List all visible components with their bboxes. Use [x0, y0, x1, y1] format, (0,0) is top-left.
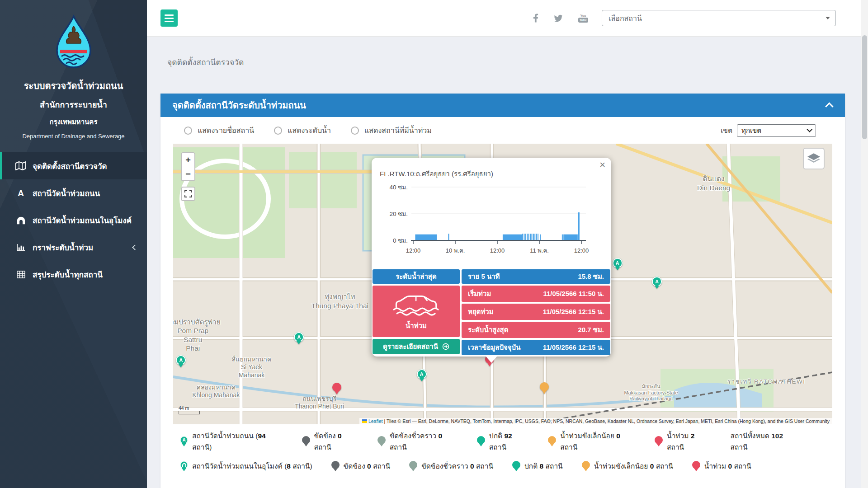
zoom-control: + − [181, 152, 195, 181]
popup-row-value: 11/05/2566 11:50 น. [543, 288, 604, 299]
zoom-in-button[interactable]: + [182, 153, 194, 167]
svg-text:12:00: 12:00 [574, 247, 589, 254]
page-title: จุดติดตั้งสถานีตรวจวัด [167, 56, 244, 69]
social-links: YouTube [533, 14, 588, 23]
svg-text:12:00: 12:00 [406, 247, 421, 254]
brand-block: ระบบตรวจวัดน้ำท่วมถนน สำนักการระบายน้ำ ก… [0, 0, 147, 140]
leaflet-map[interactable]: ดินแดงDin Daengทุ่งพญาไทThung Phaya Thai… [173, 144, 832, 424]
sidebar-item-label: สถานีวัดน้ำท่วมถนนในอุโมงค์ [33, 214, 132, 226]
close-icon[interactable]: × [599, 160, 605, 170]
scrollbar-thumb[interactable] [862, 35, 867, 139]
fullscreen-button[interactable] [181, 187, 195, 201]
popup-row-value: 15.8 ซม. [578, 271, 604, 282]
legend-total: สถานีทั้งหมด 102 สถานี [730, 430, 799, 453]
popup-row-2: หยุดท่วม11/05/2566 12:15 น. [462, 304, 610, 320]
legend-text: ปกติ 8 สถานี [524, 460, 563, 472]
tunnel-icon [14, 216, 28, 225]
scale-label: 44 m [179, 405, 200, 411]
sidebar-item-label: สถานีวัดน้ำท่วมถนน [33, 187, 100, 199]
status-pin-icon [302, 436, 310, 447]
radio-label: แสดงรายชื่อสถานี [198, 125, 254, 136]
chevron-down-icon [826, 17, 830, 19]
browser-scrollbar[interactable] [861, 0, 868, 488]
ukraine-flag-icon [362, 419, 367, 423]
radio-option-1[interactable]: แสดงระดับน้ำ [274, 125, 331, 136]
road-station-icon: A [14, 189, 28, 197]
station-marker-road[interactable]: A [417, 369, 427, 382]
chevron-left-icon [132, 244, 138, 250]
sidebar-item-2[interactable]: สถานีวัดน้ำท่วมถนนในอุโมงค์ [0, 206, 147, 234]
chevron-up-icon[interactable] [825, 102, 833, 110]
sidebar-menu: จุดติดตั้งสถานีตรวจวัดAสถานีวัดน้ำท่วมถน… [0, 152, 147, 288]
sidebar-item-3[interactable]: กราฟระดับน้ำท่วม [0, 234, 147, 261]
legend-item: ขัดข้องชั่วคราว 0 สถานี [377, 430, 458, 453]
facebook-icon[interactable] [533, 14, 538, 23]
bar-chart-icon [14, 244, 28, 251]
bma-drop-logo [54, 14, 93, 68]
radio-option-0[interactable]: แสดงรายชื่อสถานี [184, 125, 254, 136]
map-attribution: Leaflet | Tiles © Esri — Esri, DeLorme, … [359, 418, 832, 424]
layers-control[interactable] [803, 148, 825, 169]
radio-input[interactable] [351, 127, 359, 135]
legend-item: ขัดข้อง 0 สถานี [302, 430, 359, 453]
app-dept-en: Department of Drainage and Sewerage [0, 133, 147, 140]
menu-toggle-button[interactable] [160, 9, 178, 27]
youtube-icon[interactable]: YouTube [578, 14, 588, 23]
station-marker-minor-flood[interactable] [540, 382, 549, 394]
popup-row-label: ระดับน้ำสูงสุด [468, 324, 508, 335]
sidebar-item-1[interactable]: Aสถานีวัดน้ำท่วมถนน [0, 179, 147, 206]
station-details-button[interactable]: ดูรายละเอียดสถานี [373, 339, 460, 354]
legend-item: ขัดข้อง 0 สถานี [331, 460, 391, 472]
radio-option-2[interactable]: แสดงสถานีที่มีน้ำท่วม [351, 125, 432, 136]
display-mode-radios: แสดงรายชื่อสถานีแสดงระดับน้ำแสดงสถานีที่… [184, 125, 432, 136]
status-pin-icon [377, 436, 386, 447]
legend-text: ขัดข้อง 0 สถานี [314, 430, 359, 453]
twitter-icon[interactable] [553, 14, 563, 23]
radio-input[interactable] [274, 127, 282, 135]
legend-text: สถานีวัดน้ำท่วมถนน (94 สถานี) [192, 430, 283, 453]
station-marker-road[interactable]: A [176, 355, 186, 368]
station-marker-road[interactable]: A [652, 277, 662, 289]
status-pin-icon [409, 461, 417, 472]
sidebar-item-4[interactable]: สรุประดับน้ำทุกสถานี [0, 261, 147, 288]
attribution-text: | Tiles © Esri — Esri, DeLorme, NAVTEQ, … [384, 418, 830, 424]
legend-row-0: Aสถานีวัดน้ำท่วมถนน (94 สถานี)ขัดข้อง 0 … [180, 429, 826, 454]
sidebar-item-label: สรุประดับน้ำทุกสถานี [33, 268, 103, 281]
map-marked-icon [14, 161, 28, 170]
popup-row-1: เริ่มท่วม11/05/2566 11:50 น. [462, 286, 610, 302]
zoom-out-button[interactable]: − [182, 167, 194, 180]
station-select[interactable]: เลือกสถานี [602, 10, 836, 26]
chevron-down-icon [807, 127, 812, 132]
app-title: ระบบตรวจวัดน้ำท่วมถนน [0, 79, 147, 93]
table-icon [14, 271, 28, 278]
legend-item: น้ำท่วมขังเล็กน้อย 0 สถานี [582, 460, 673, 472]
popup-data-rows: ราย 5 นาที15.8 ซม.เริ่มท่วม11/05/2566 11… [462, 269, 610, 355]
flooded-car-icon [390, 291, 443, 317]
station-type-marker-icon [180, 461, 188, 472]
popup-row-label: เริ่มท่วม [468, 288, 491, 299]
map-controls-row: แสดงรายชื่อสถานีแสดงระดับน้ำแสดงสถานีที่… [160, 117, 845, 144]
scale-bar [179, 411, 200, 414]
district-control: เขต ทุกเขต [721, 124, 816, 137]
legend-text: น้ำท่วมขังเล็กน้อย 0 สถานี [594, 460, 673, 472]
water-level-chart: 0 ซม.20 ซม.40 ซม.12:0010 พ.ค.12:0011 พ.ค… [372, 180, 611, 262]
legend-text: สถานีวัดน้ำท่วมถนนในอุโมงค์ (8 สถานี) [192, 460, 312, 472]
status-pin-icon [582, 461, 590, 472]
station-marker-road[interactable]: A [294, 332, 304, 345]
sidebar-item-label: กราฟระดับน้ำท่วม [33, 241, 93, 253]
sidebar-item-0[interactable]: จุดติดตั้งสถานีตรวจวัด [0, 152, 147, 179]
main-panel: จุดติดตั้งสถานีวัดระดับน้ำท่วมถนน แสดงรา… [160, 94, 845, 488]
svg-text:0 ซม.: 0 ซม. [393, 237, 408, 244]
legend-item: น้ำท่วม 2 สถานี [655, 430, 711, 453]
station-marker-flood[interactable] [332, 383, 341, 395]
leaflet-link[interactable]: Leaflet [368, 418, 383, 424]
station-marker-road[interactable]: A [613, 258, 623, 271]
scale-control: 44 m [179, 405, 200, 414]
status-pin-icon [655, 436, 663, 447]
radio-input[interactable] [184, 127, 192, 135]
status-pin-icon [692, 461, 700, 472]
fullscreen-icon [184, 190, 192, 197]
district-select[interactable]: ทุกเขต [737, 124, 816, 137]
legend-text: น้ำท่วม 0 สถานี [704, 460, 751, 472]
radio-label: แสดงสถานีที่มีน้ำท่วม [364, 125, 432, 136]
